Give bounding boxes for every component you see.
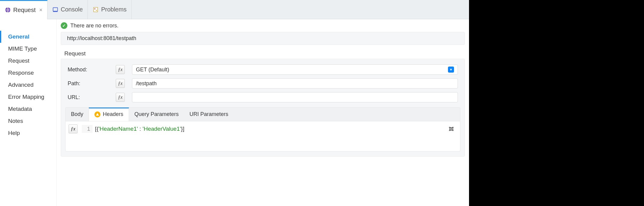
problems-icon <box>93 7 99 13</box>
check-icon <box>61 22 67 29</box>
svg-rect-3 <box>94 7 98 12</box>
status-message: There are no errors. <box>70 23 118 29</box>
url-bar[interactable]: http://localhost:8081/testpath <box>61 32 465 45</box>
sidebar-item-help[interactable]: Help <box>0 127 56 139</box>
path-value: /testpath <box>136 80 157 87</box>
subtab-query-parameters[interactable]: Query Parameters <box>129 108 184 121</box>
tab-console[interactable]: Console <box>48 0 88 19</box>
sidebar-item-general[interactable]: General <box>0 31 56 43</box>
line-number: 1 <box>82 125 93 133</box>
svg-rect-1 <box>53 8 58 11</box>
app-window: Request × Console Problems General MIME … <box>0 0 469 206</box>
subtab-headers[interactable]: Headers <box>89 108 129 121</box>
console-icon <box>52 7 58 13</box>
code-token-colon: : <box>138 126 143 132</box>
request-form-panel: Method: GET (Default) Path: /testpath U <box>61 59 465 157</box>
code-token-open: [{ <box>95 126 99 132</box>
fx-button-path[interactable] <box>116 79 125 88</box>
sidebar: General MIME Type Request Response Advan… <box>0 19 57 206</box>
sidebar-item-response[interactable]: Response <box>0 67 56 79</box>
svg-point-5 <box>96 10 97 11</box>
sidebar-item-request[interactable]: Request <box>0 55 56 67</box>
subtab-uri-parameters[interactable]: URI Parameters <box>184 108 234 121</box>
status-row: There are no errors. <box>57 19 469 31</box>
globe-icon <box>5 7 11 13</box>
svg-rect-2 <box>53 11 58 12</box>
tab-request[interactable]: Request × <box>0 0 48 19</box>
graph-icon[interactable] <box>448 126 455 132</box>
method-value: GET (Default) <box>136 67 169 73</box>
subtabs: Body Headers Query Parameters URI Parame… <box>65 107 460 121</box>
row-path: Path: /testpath <box>65 76 460 90</box>
sidebar-item-metadata[interactable]: Metadata <box>0 103 56 115</box>
row-method: Method: GET (Default) <box>65 63 460 76</box>
code-inner: 1 [{'HeaderName1' : 'HeaderValue1'}] <box>79 124 458 134</box>
close-icon[interactable]: × <box>39 7 43 13</box>
fx-button-url[interactable] <box>116 93 125 102</box>
main-panel: There are no errors. http://localhost:80… <box>57 19 469 206</box>
fx-button-method[interactable] <box>116 65 125 74</box>
row-url: URL: <box>65 90 460 104</box>
tab-request-label: Request <box>13 7 36 14</box>
tab-problems[interactable]: Problems <box>88 0 131 19</box>
section-request-label: Request <box>57 47 469 59</box>
label-url: URL: <box>68 94 113 101</box>
warning-icon <box>94 111 100 117</box>
url-input[interactable] <box>132 92 458 102</box>
code-line[interactable]: [{'HeaderName1' : 'HeaderValue1'}] <box>93 125 187 133</box>
code-token-key: 'HeaderName1' <box>99 126 138 132</box>
tab-problems-label: Problems <box>101 6 126 13</box>
sidebar-item-advanced[interactable]: Advanced <box>0 79 56 91</box>
sidebar-item-error-mapping[interactable]: Error Mapping <box>0 91 56 103</box>
top-tabstrip: Request × Console Problems <box>0 0 469 19</box>
code-editor[interactable]: 1 [{'HeaderName1' : 'HeaderValue1'}] <box>65 121 460 151</box>
method-select[interactable]: GET (Default) <box>132 64 458 75</box>
code-token-close: }] <box>181 126 185 132</box>
label-method: Method: <box>68 67 113 73</box>
subtab-body[interactable]: Body <box>66 108 89 121</box>
subtab-headers-label: Headers <box>103 111 123 117</box>
code-token-val: 'HeaderValue1' <box>143 126 181 132</box>
fx-button-code[interactable] <box>69 124 78 133</box>
svg-point-4 <box>94 8 95 9</box>
chevron-down-icon[interactable] <box>448 67 454 73</box>
sidebar-item-mime-type[interactable]: MIME Type <box>0 43 56 55</box>
path-input[interactable]: /testpath <box>132 78 458 89</box>
sidebar-item-notes[interactable]: Notes <box>0 115 56 127</box>
body: General MIME Type Request Response Advan… <box>0 19 469 206</box>
tab-console-label: Console <box>61 6 83 13</box>
label-path: Path: <box>68 80 113 87</box>
